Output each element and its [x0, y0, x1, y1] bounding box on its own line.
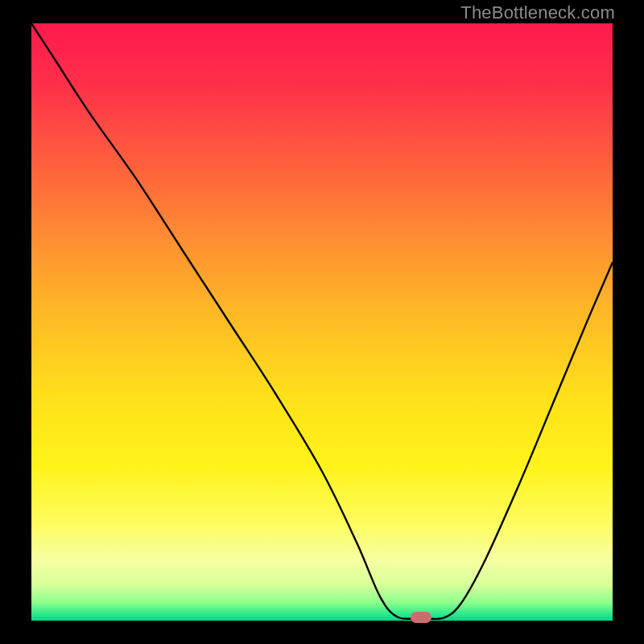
watermark-text: TheBottleneck.com	[460, 2, 615, 23]
bottleneck-curve	[31, 23, 613, 621]
chart-frame: TheBottleneck.com	[0, 0, 644, 644]
optimal-point-marker	[411, 612, 431, 623]
